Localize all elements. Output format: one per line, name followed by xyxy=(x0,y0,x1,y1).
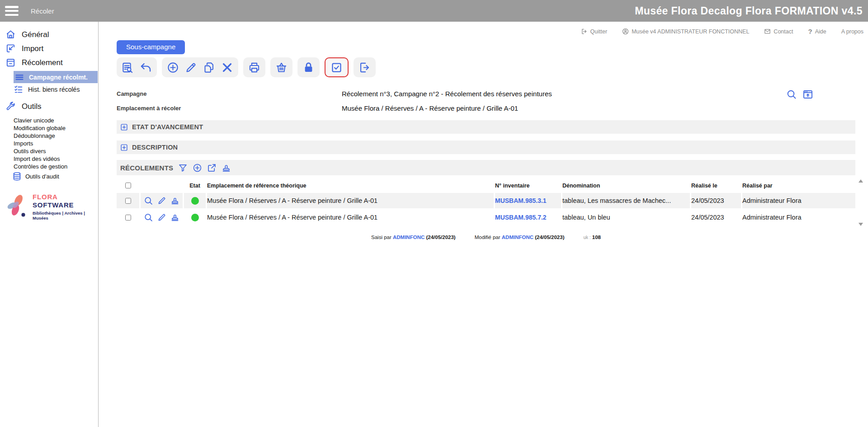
sidebar-item-outils-daudit[interactable]: Outils d'audit xyxy=(0,172,98,181)
adminfonc-link[interactable]: ADMINFONC xyxy=(502,235,533,240)
sidebar-item-label: Hist. biens récolés xyxy=(28,86,80,93)
sidebar-item-label: Outils xyxy=(22,102,41,111)
main-area: Quitter Musée v4 ADMINISTRATEUR FONCTION… xyxy=(99,22,868,427)
add-circle-icon[interactable] xyxy=(193,163,202,173)
sidebar-item-dedoublonnage[interactable]: Dédoublonnage xyxy=(0,132,98,140)
sidebar-item-modification-globale[interactable]: Modification globale xyxy=(0,124,98,132)
sidebar-item-controles-de-gestion[interactable]: Contrôles de gestion xyxy=(0,163,98,170)
export-button[interactable] xyxy=(354,57,376,77)
checked-box-icon xyxy=(330,61,343,74)
scroll-down-icon[interactable] xyxy=(859,223,863,226)
row-denomination: tableau, Un bleu xyxy=(562,210,690,225)
edit-pencil-icon[interactable] xyxy=(157,196,166,205)
toolbar-group-search-undo xyxy=(117,57,157,77)
sidebar-item-campagne-recolmt[interactable]: Campagne récolmt. xyxy=(14,71,98,83)
section-etat-avancement[interactable]: ETAT D'AVANCEMENT xyxy=(117,120,855,134)
row-checkbox[interactable] xyxy=(125,215,131,221)
sidebar-item-recolement[interactable]: Récolement xyxy=(0,56,98,70)
realise-le-header: Réalisé le xyxy=(691,183,741,189)
sidebar-item-general[interactable]: Général xyxy=(0,28,98,42)
section-recolements: RÉCOLEMENTS xyxy=(117,160,855,175)
campaign-fields: Campagne Récolement n°3, Campagne n°2 - … xyxy=(117,88,855,113)
quitter-link[interactable]: Quitter xyxy=(581,28,608,35)
row-realise-le: 24/05/2023 xyxy=(691,193,741,208)
stamp-icon[interactable] xyxy=(170,213,179,222)
export-icon xyxy=(359,61,371,74)
sidebar: Général Import Récolement Campagne récol… xyxy=(0,22,99,427)
brand-tagline: Bibliothèques | Archives | Musées xyxy=(33,211,98,221)
modifie-par: Modifié par ADMINFONC (24/05/2023) xyxy=(475,235,565,240)
section-description[interactable]: DESCRIPTION xyxy=(117,141,855,154)
aide-link[interactable]: ? Aide xyxy=(808,28,826,35)
basket-button[interactable] xyxy=(270,57,292,77)
expand-plus-icon[interactable] xyxy=(120,144,128,151)
adminfonc-link[interactable]: ADMINFONC xyxy=(393,235,425,240)
stamp-icon[interactable] xyxy=(222,163,231,173)
stamp-icon[interactable] xyxy=(170,196,179,205)
lock-icon xyxy=(302,61,315,74)
edit-pencil-icon[interactable] xyxy=(157,213,166,222)
saisi-par: Saisi par ADMINFONC (24/05/2023) xyxy=(371,235,456,240)
validate-checkbox-button[interactable] xyxy=(325,57,349,77)
view-magnifier-icon[interactable] xyxy=(144,196,153,206)
row-checkbox[interactable] xyxy=(125,198,131,204)
campagne-label: Campagne xyxy=(117,90,342,97)
row-emplacement: Musée Flora / Réserves / A - Réserve pei… xyxy=(207,193,494,208)
menu-lines-icon xyxy=(14,72,24,82)
contact-link[interactable]: Contact xyxy=(764,28,793,35)
wrench-icon xyxy=(5,101,16,112)
etat-header: Etat xyxy=(184,183,206,189)
sidebar-item-import[interactable]: Import xyxy=(0,42,98,56)
row-denomination: tableau, Les massacres de Machec... xyxy=(562,193,690,208)
checklist-icon xyxy=(14,84,24,94)
tab-sous-campagne[interactable]: Sous-campagne xyxy=(117,40,185,54)
flora-software-logo: FLORA SOFTWARE Bibliothèques | Archives … xyxy=(0,193,98,221)
sidebar-item-outils[interactable]: Outils xyxy=(0,99,98,113)
emplacement-header: Emplacement de référence théorique xyxy=(207,183,494,189)
user-circle-icon xyxy=(622,28,629,35)
emplacement-value: Musée Flora / Réserves / A - Réserve pei… xyxy=(342,104,518,112)
undo-button[interactable] xyxy=(140,61,152,74)
filter-funnel-icon[interactable] xyxy=(178,163,188,173)
recolement-box-icon xyxy=(5,57,16,68)
select-all-checkbox[interactable] xyxy=(125,183,131,188)
delete-x-button[interactable] xyxy=(221,61,233,74)
window-title: Musée Flora Decalog Flora FORMATION v4.5 xyxy=(635,5,863,17)
envelope-icon xyxy=(764,28,771,35)
print-button[interactable] xyxy=(243,57,265,77)
copy-button[interactable] xyxy=(203,61,215,74)
lock-button[interactable] xyxy=(297,57,320,77)
sidebar-item-label: Récolement xyxy=(22,58,63,67)
recolements-title: RÉCOLEMENTS xyxy=(120,164,173,172)
open-window-icon[interactable] xyxy=(802,89,813,100)
scroll-up-icon[interactable] xyxy=(859,179,863,183)
list-search-button[interactable] xyxy=(122,61,134,74)
edit-pencil-button[interactable] xyxy=(185,61,197,74)
sidebar-item-label: Outils d'audit xyxy=(25,173,59,180)
view-magnifier-icon[interactable] xyxy=(144,213,153,222)
sidebar-item-clavier-unicode[interactable]: Clavier unicode xyxy=(0,117,98,124)
expand-plus-icon[interactable] xyxy=(120,123,128,131)
exit-icon xyxy=(581,28,588,35)
apropos-link[interactable]: A propos xyxy=(841,28,863,35)
sidebar-item-import-des-videos[interactable]: Import des vidéos xyxy=(0,155,98,163)
inventaire-link[interactable]: MUSBAM.985.3.1 xyxy=(495,197,547,204)
search-icon[interactable] xyxy=(786,89,797,100)
sidebar-item-hist-biens-recoles[interactable]: Hist. biens récolés xyxy=(14,83,98,95)
hamburger-menu-icon[interactable] xyxy=(5,6,19,16)
add-circle-button[interactable] xyxy=(167,61,179,74)
inventaire-link[interactable]: MUSBAM.985.7.2 xyxy=(495,214,547,221)
sidebar-item-outils-divers[interactable]: Outils divers xyxy=(0,147,98,155)
table-row: Musée Flora / Réserves / A - Réserve pei… xyxy=(117,210,855,225)
app-label: Récoler xyxy=(31,7,54,15)
header-links: Quitter Musée v4 ADMINISTRATEUR FONCTION… xyxy=(99,22,868,35)
table-scrollbar[interactable] xyxy=(858,179,863,226)
toolbar-group-crud xyxy=(162,57,238,77)
flora-butterfly-icon xyxy=(4,194,30,220)
section-title: DESCRIPTION xyxy=(132,144,178,151)
sidebar-item-label: Campagne récolmt. xyxy=(29,74,88,81)
row-realise-par: Administrateur Flora xyxy=(742,193,855,208)
user-account-link[interactable]: Musée v4 ADMINISTRATEUR FONCTIONNEL xyxy=(622,28,749,35)
external-link-icon[interactable] xyxy=(207,163,217,173)
sidebar-item-imports[interactable]: Imports xyxy=(0,140,98,147)
